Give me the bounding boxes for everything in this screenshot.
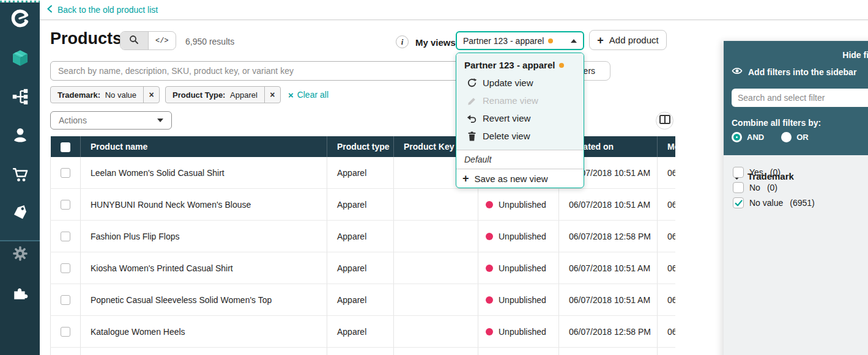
column-header xyxy=(51,136,81,157)
sidebar-item-customers[interactable] xyxy=(10,125,31,146)
undo-icon xyxy=(467,114,477,123)
menu-item-label: Revert view xyxy=(483,113,530,123)
sidebar-item-categories[interactable] xyxy=(10,87,31,108)
sidebar-item-dashboard[interactable] xyxy=(10,9,31,30)
select-all-checkbox[interactable] xyxy=(61,142,70,152)
modified-on-cell: 06/ xyxy=(658,157,676,189)
sidebar-item-discounts[interactable] xyxy=(10,203,31,224)
add-filters-label: Add filters into the sidebar xyxy=(748,67,856,77)
created-on-cell xyxy=(559,348,658,355)
back-to-old-product-list-link[interactable]: Back to the old product list xyxy=(47,5,158,15)
product-type-cell: Apparel xyxy=(327,189,394,221)
unchecked-checkbox[interactable] xyxy=(733,167,744,178)
view-modified-dot xyxy=(559,63,564,68)
or-label: OR xyxy=(796,133,809,142)
modified-on-cell: 06/ xyxy=(658,252,676,284)
clear-all-filters-button[interactable]: × Clear all xyxy=(288,90,328,100)
option-label: Yes xyxy=(749,167,763,177)
row-checkbox[interactable] xyxy=(61,295,70,305)
filter-select-dropdown[interactable]: Search and select filter xyxy=(732,89,868,107)
default-view-label: Default xyxy=(464,155,491,164)
menu-item-label: Update view xyxy=(483,78,533,88)
main-content: Products </> 6,950 results i My views Pa… xyxy=(40,21,868,355)
hide-filters-button[interactable]: Hide filters × xyxy=(842,49,868,60)
unchecked-checkbox[interactable] xyxy=(733,182,744,193)
my-views-info-icon[interactable]: i xyxy=(396,35,409,48)
pencil-icon xyxy=(467,96,477,106)
product-key-cell xyxy=(394,284,478,316)
combine-or-radio[interactable]: OR xyxy=(781,132,809,142)
status-label: Unpublished xyxy=(499,327,546,337)
menu-item-save-as-new-view[interactable]: + Save as new view xyxy=(456,169,584,188)
status-cell: Unpublished xyxy=(478,189,559,221)
refresh-icon xyxy=(467,78,477,88)
product-name-cell: Popnetic Casual Sleeveless Solid Women's… xyxy=(81,284,327,316)
table-row[interactable]: Katalogue Women HeelsApparelUnpublished0… xyxy=(51,316,676,348)
add-filters-row: Add filters into the sidebar xyxy=(732,67,856,77)
table-row[interactable] xyxy=(51,348,676,355)
sidebar-divider xyxy=(0,240,40,241)
product-name-cell: Fashion Plus Flip Flops xyxy=(81,221,327,252)
add-product-label: Add product xyxy=(609,35,659,45)
column-settings-button[interactable] xyxy=(656,112,673,130)
row-checkbox[interactable] xyxy=(61,263,70,273)
menu-current-view[interactable]: Partner 123 - apparel xyxy=(456,53,584,74)
combine-filters-label: Combine all filters by: xyxy=(732,118,821,128)
menu-item-delete-view[interactable]: Delete view xyxy=(456,127,584,145)
product-key-cell xyxy=(394,252,478,284)
text-search-toggle-button[interactable] xyxy=(121,32,148,49)
row-checkbox[interactable] xyxy=(61,327,70,337)
created-on-cell: 06/07/2018 10:51 AM xyxy=(559,284,658,316)
chevron-left-icon xyxy=(47,5,53,15)
product-type-cell: Apparel xyxy=(327,157,394,189)
radio-selected-icon xyxy=(732,132,742,142)
view-select-dropdown[interactable]: Partner 123 - apparel xyxy=(456,31,584,50)
row-checkbox[interactable] xyxy=(61,200,70,210)
sidebar-item-settings[interactable] xyxy=(10,244,31,265)
query-search-toggle-button[interactable]: </> xyxy=(148,32,176,49)
product-key-cell xyxy=(394,316,478,348)
product-name-cell: Kiosha Women's Printed Casual Shirt xyxy=(81,252,327,284)
table-row[interactable]: Popnetic Casual Sleeveless Solid Women's… xyxy=(51,284,676,316)
sidebar-item-addons[interactable] xyxy=(10,284,31,305)
created-on-cell: 06/07/2018 12:58 PM xyxy=(559,221,658,252)
menu-item-revert-view[interactable]: Revert view xyxy=(456,109,584,127)
table-row[interactable]: Fashion Plus Flip FlopsApparelUnpublishe… xyxy=(51,221,676,252)
page-title: Products xyxy=(50,29,122,48)
sidebar-item-orders[interactable] xyxy=(10,165,31,186)
actions-label: Actions xyxy=(59,115,87,125)
filter-select-placeholder: Search and select filter xyxy=(738,93,825,103)
menu-item-label: Delete view xyxy=(483,131,530,141)
hide-filters-label: Hide filters xyxy=(842,50,868,60)
remove-filter-button[interactable]: × xyxy=(264,87,280,103)
sidebar-item-products[interactable] xyxy=(10,49,31,70)
table-row[interactable]: HUNYBUNI Round Neck Women's BlouseAppare… xyxy=(51,189,676,221)
and-label: AND xyxy=(747,133,764,142)
filter-sidebar-body: Trademark Yes(0)No(0)No value(6951) Cate… xyxy=(724,155,868,355)
menu-item-update-view[interactable]: Update view xyxy=(456,74,584,92)
row-checkbox[interactable] xyxy=(61,232,70,241)
close-icon: × xyxy=(149,90,154,100)
plus-icon: + xyxy=(597,35,604,46)
table-row[interactable]: Kiosha Women's Printed Casual ShirtAppar… xyxy=(51,252,676,284)
eye-icon xyxy=(732,67,743,77)
created-on-cell: 06/07/2018 10:51 AM xyxy=(559,189,658,221)
status-dot xyxy=(486,265,493,272)
my-views-menu-list: Partner 123 - apparel Update viewRename … xyxy=(456,53,584,150)
product-name-cell: HUNYBUNI Round Neck Women's Blouse xyxy=(81,189,327,221)
modified-on-cell: 06/ xyxy=(658,284,676,316)
product-type-cell: Apparel xyxy=(327,284,394,316)
products-icon xyxy=(10,48,30,70)
remove-filter-button[interactable]: × xyxy=(143,87,159,103)
status-cell xyxy=(478,348,559,355)
actions-dropdown[interactable]: Actions xyxy=(50,111,172,130)
checked-checkbox[interactable] xyxy=(733,197,744,208)
menu-item-default-view[interactable]: Default xyxy=(456,150,584,169)
column-header: Product name xyxy=(81,136,327,157)
add-product-button[interactable]: + Add product xyxy=(589,30,667,50)
filter-chip: Product Type: Apparel× xyxy=(165,86,281,103)
combine-and-radio[interactable]: AND xyxy=(732,132,764,142)
filter-sidebar-header: Hide filters × Add filters into the side… xyxy=(724,41,868,155)
filter-chip: Trademark: No value× xyxy=(50,86,160,103)
row-checkbox[interactable] xyxy=(61,168,70,178)
